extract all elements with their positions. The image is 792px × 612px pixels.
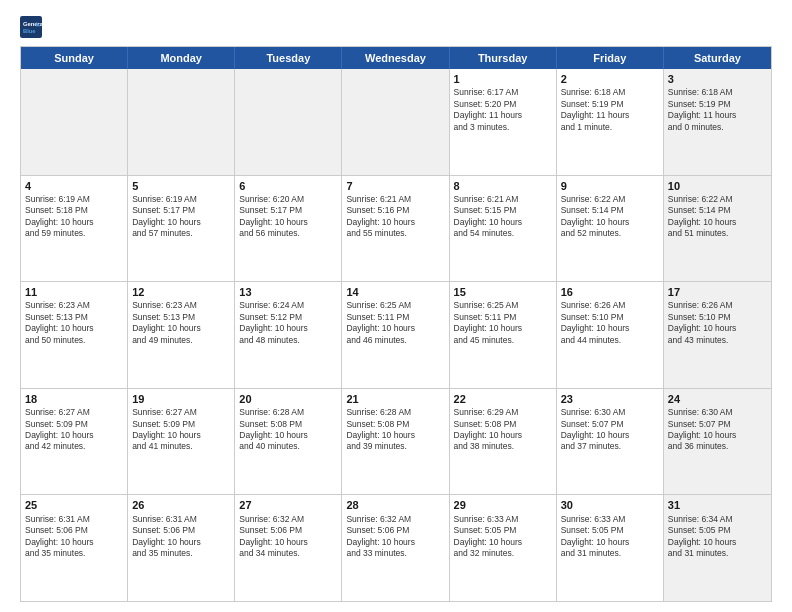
day-number: 6 (239, 179, 337, 193)
calendar-cell: 2Sunrise: 6:18 AM Sunset: 5:19 PM Daylig… (557, 69, 664, 175)
cell-text: Sunrise: 6:19 AM Sunset: 5:17 PM Dayligh… (132, 194, 230, 240)
cell-text: Sunrise: 6:18 AM Sunset: 5:19 PM Dayligh… (668, 87, 767, 133)
cell-text: Sunrise: 6:24 AM Sunset: 5:12 PM Dayligh… (239, 300, 337, 346)
cell-text: Sunrise: 6:19 AM Sunset: 5:18 PM Dayligh… (25, 194, 123, 240)
calendar-cell: 29Sunrise: 6:33 AM Sunset: 5:05 PM Dayli… (450, 495, 557, 601)
day-number: 19 (132, 392, 230, 406)
cell-text: Sunrise: 6:32 AM Sunset: 5:06 PM Dayligh… (239, 514, 337, 560)
cell-text: Sunrise: 6:25 AM Sunset: 5:11 PM Dayligh… (346, 300, 444, 346)
calendar-cell: 3Sunrise: 6:18 AM Sunset: 5:19 PM Daylig… (664, 69, 771, 175)
calendar-header-cell: Wednesday (342, 47, 449, 69)
day-number: 2 (561, 72, 659, 86)
cell-text: Sunrise: 6:27 AM Sunset: 5:09 PM Dayligh… (25, 407, 123, 453)
cell-text: Sunrise: 6:28 AM Sunset: 5:08 PM Dayligh… (346, 407, 444, 453)
calendar-cell: 12Sunrise: 6:23 AM Sunset: 5:13 PM Dayli… (128, 282, 235, 388)
cell-text: Sunrise: 6:21 AM Sunset: 5:16 PM Dayligh… (346, 194, 444, 240)
day-number: 4 (25, 179, 123, 193)
day-number: 17 (668, 285, 767, 299)
calendar: SundayMondayTuesdayWednesdayThursdayFrid… (20, 46, 772, 602)
day-number: 23 (561, 392, 659, 406)
svg-rect-0 (20, 16, 42, 38)
day-number: 9 (561, 179, 659, 193)
calendar-cell: 18Sunrise: 6:27 AM Sunset: 5:09 PM Dayli… (21, 389, 128, 495)
calendar-cell: 11Sunrise: 6:23 AM Sunset: 5:13 PM Dayli… (21, 282, 128, 388)
day-number: 1 (454, 72, 552, 86)
cell-text: Sunrise: 6:31 AM Sunset: 5:06 PM Dayligh… (132, 514, 230, 560)
calendar-header-cell: Friday (557, 47, 664, 69)
calendar-cell: 6Sunrise: 6:20 AM Sunset: 5:17 PM Daylig… (235, 176, 342, 282)
calendar-cell: 10Sunrise: 6:22 AM Sunset: 5:14 PM Dayli… (664, 176, 771, 282)
cell-text: Sunrise: 6:27 AM Sunset: 5:09 PM Dayligh… (132, 407, 230, 453)
calendar-header-cell: Monday (128, 47, 235, 69)
day-number: 5 (132, 179, 230, 193)
calendar-cell: 21Sunrise: 6:28 AM Sunset: 5:08 PM Dayli… (342, 389, 449, 495)
calendar-body: 1Sunrise: 6:17 AM Sunset: 5:20 PM Daylig… (21, 69, 771, 601)
calendar-cell (342, 69, 449, 175)
day-number: 30 (561, 498, 659, 512)
calendar-cell: 26Sunrise: 6:31 AM Sunset: 5:06 PM Dayli… (128, 495, 235, 601)
day-number: 28 (346, 498, 444, 512)
calendar-header-cell: Sunday (21, 47, 128, 69)
svg-text:Blue: Blue (23, 28, 36, 34)
cell-text: Sunrise: 6:26 AM Sunset: 5:10 PM Dayligh… (668, 300, 767, 346)
cell-text: Sunrise: 6:32 AM Sunset: 5:06 PM Dayligh… (346, 514, 444, 560)
day-number: 14 (346, 285, 444, 299)
cell-text: Sunrise: 6:30 AM Sunset: 5:07 PM Dayligh… (561, 407, 659, 453)
calendar-cell: 4Sunrise: 6:19 AM Sunset: 5:18 PM Daylig… (21, 176, 128, 282)
calendar-cell: 24Sunrise: 6:30 AM Sunset: 5:07 PM Dayli… (664, 389, 771, 495)
calendar-header-row: SundayMondayTuesdayWednesdayThursdayFrid… (21, 47, 771, 69)
day-number: 7 (346, 179, 444, 193)
cell-text: Sunrise: 6:31 AM Sunset: 5:06 PM Dayligh… (25, 514, 123, 560)
calendar-cell: 8Sunrise: 6:21 AM Sunset: 5:15 PM Daylig… (450, 176, 557, 282)
day-number: 24 (668, 392, 767, 406)
calendar-cell: 28Sunrise: 6:32 AM Sunset: 5:06 PM Dayli… (342, 495, 449, 601)
logo: General Blue (20, 16, 46, 38)
cell-text: Sunrise: 6:21 AM Sunset: 5:15 PM Dayligh… (454, 194, 552, 240)
calendar-cell (128, 69, 235, 175)
cell-text: Sunrise: 6:17 AM Sunset: 5:20 PM Dayligh… (454, 87, 552, 133)
day-number: 26 (132, 498, 230, 512)
calendar-cell: 25Sunrise: 6:31 AM Sunset: 5:06 PM Dayli… (21, 495, 128, 601)
cell-text: Sunrise: 6:33 AM Sunset: 5:05 PM Dayligh… (454, 514, 552, 560)
calendar-cell: 9Sunrise: 6:22 AM Sunset: 5:14 PM Daylig… (557, 176, 664, 282)
calendar-header-cell: Tuesday (235, 47, 342, 69)
day-number: 22 (454, 392, 552, 406)
calendar-cell (235, 69, 342, 175)
calendar-week-row: 25Sunrise: 6:31 AM Sunset: 5:06 PM Dayli… (21, 495, 771, 601)
calendar-header-cell: Thursday (450, 47, 557, 69)
calendar-cell: 7Sunrise: 6:21 AM Sunset: 5:16 PM Daylig… (342, 176, 449, 282)
cell-text: Sunrise: 6:28 AM Sunset: 5:08 PM Dayligh… (239, 407, 337, 453)
cell-text: Sunrise: 6:30 AM Sunset: 5:07 PM Dayligh… (668, 407, 767, 453)
day-number: 18 (25, 392, 123, 406)
calendar-cell: 31Sunrise: 6:34 AM Sunset: 5:05 PM Dayli… (664, 495, 771, 601)
cell-text: Sunrise: 6:34 AM Sunset: 5:05 PM Dayligh… (668, 514, 767, 560)
cell-text: Sunrise: 6:25 AM Sunset: 5:11 PM Dayligh… (454, 300, 552, 346)
calendar-cell: 19Sunrise: 6:27 AM Sunset: 5:09 PM Dayli… (128, 389, 235, 495)
calendar-cell: 17Sunrise: 6:26 AM Sunset: 5:10 PM Dayli… (664, 282, 771, 388)
calendar-cell: 22Sunrise: 6:29 AM Sunset: 5:08 PM Dayli… (450, 389, 557, 495)
calendar-cell: 15Sunrise: 6:25 AM Sunset: 5:11 PM Dayli… (450, 282, 557, 388)
calendar-cell: 20Sunrise: 6:28 AM Sunset: 5:08 PM Dayli… (235, 389, 342, 495)
day-number: 27 (239, 498, 337, 512)
cell-text: Sunrise: 6:22 AM Sunset: 5:14 PM Dayligh… (561, 194, 659, 240)
page: General Blue SundayMondayTuesdayWednesda… (0, 0, 792, 612)
calendar-cell: 23Sunrise: 6:30 AM Sunset: 5:07 PM Dayli… (557, 389, 664, 495)
day-number: 10 (668, 179, 767, 193)
cell-text: Sunrise: 6:23 AM Sunset: 5:13 PM Dayligh… (132, 300, 230, 346)
calendar-cell: 16Sunrise: 6:26 AM Sunset: 5:10 PM Dayli… (557, 282, 664, 388)
day-number: 20 (239, 392, 337, 406)
calendar-week-row: 11Sunrise: 6:23 AM Sunset: 5:13 PM Dayli… (21, 282, 771, 389)
calendar-cell: 14Sunrise: 6:25 AM Sunset: 5:11 PM Dayli… (342, 282, 449, 388)
day-number: 25 (25, 498, 123, 512)
calendar-cell: 5Sunrise: 6:19 AM Sunset: 5:17 PM Daylig… (128, 176, 235, 282)
cell-text: Sunrise: 6:29 AM Sunset: 5:08 PM Dayligh… (454, 407, 552, 453)
day-number: 12 (132, 285, 230, 299)
cell-text: Sunrise: 6:33 AM Sunset: 5:05 PM Dayligh… (561, 514, 659, 560)
day-number: 16 (561, 285, 659, 299)
calendar-cell: 30Sunrise: 6:33 AM Sunset: 5:05 PM Dayli… (557, 495, 664, 601)
cell-text: Sunrise: 6:23 AM Sunset: 5:13 PM Dayligh… (25, 300, 123, 346)
calendar-cell: 13Sunrise: 6:24 AM Sunset: 5:12 PM Dayli… (235, 282, 342, 388)
logo-icon: General Blue (20, 16, 42, 38)
calendar-header-cell: Saturday (664, 47, 771, 69)
day-number: 3 (668, 72, 767, 86)
